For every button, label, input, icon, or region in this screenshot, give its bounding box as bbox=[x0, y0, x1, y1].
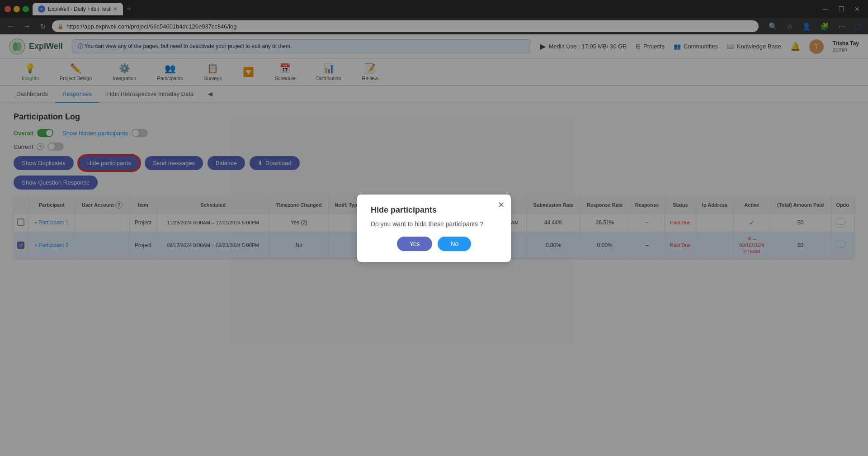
modal-body: Do you want to hide these participants ? bbox=[371, 220, 497, 228]
modal-overlay[interactable]: ✕ Hide participants Do you want to hide … bbox=[0, 0, 868, 456]
hide-participants-modal: ✕ Hide participants Do you want to hide … bbox=[357, 195, 511, 262]
modal-close-button[interactable]: ✕ bbox=[498, 200, 505, 210]
modal-no-button[interactable]: No bbox=[438, 237, 471, 251]
modal-title: Hide participants bbox=[371, 205, 497, 215]
modal-buttons: Yes No bbox=[371, 237, 497, 251]
modal-yes-button[interactable]: Yes bbox=[397, 237, 433, 251]
